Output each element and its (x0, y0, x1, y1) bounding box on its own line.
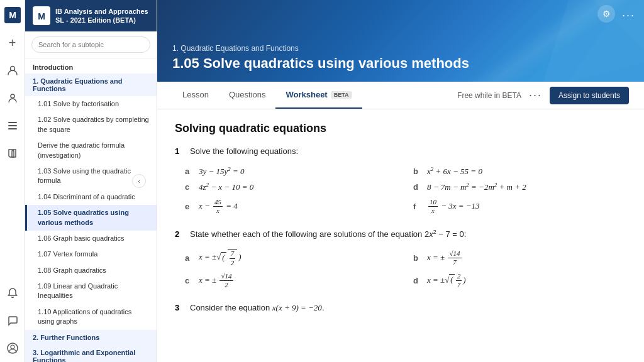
q1-text: Solve the following equations: (190, 146, 298, 156)
hero-subtitle: 1. Quadratic Equations and Functions (172, 44, 629, 53)
eq-2a: a x = ±√(72) (185, 249, 398, 266)
eq-1a: a 3y − 15y2 = 0 (185, 166, 398, 177)
chat-icon[interactable] (4, 312, 21, 329)
eq-1f: f 10x − 3x = −13 (413, 198, 626, 215)
assign-button[interactable]: Assign to students (550, 87, 629, 104)
svg-point-3 (11, 94, 14, 98)
sidebar-item-derive[interactable]: Derive the quadratic formula (investigat… (25, 138, 157, 163)
eq-1d: d 8 − 7m − m2 = −2m2 + m + 2 (413, 182, 626, 192)
sidebar-item-1.02[interactable]: 1.02 Solve quadratics by completing the … (25, 112, 157, 138)
logo-icon[interactable]: M (4, 6, 21, 24)
sidebar-item-1.09[interactable]: 1.09 Linear and Quadratic Inequalities (25, 278, 157, 304)
eq-2c: c x = ± √142 (185, 272, 398, 289)
eq-2d: d x = ±√(27) (413, 272, 626, 289)
svg-rect-6 (8, 128, 17, 129)
sidebar-header: M IB Analysis and Approaches SL - 2021 E… (25, 0, 157, 31)
more-options-button[interactable]: ··· (529, 89, 542, 102)
sidebar-item-1.04[interactable]: 1.04 Discriminant of a quadratic (25, 189, 157, 205)
sidebar-item-1.05[interactable]: 1.05 Solve quadratics using various meth… (25, 205, 157, 231)
tab-bar: Lesson Questions Worksheet BETA Free whi… (157, 82, 644, 109)
q3-text: Consider the equation x(x + 9) = −20. (190, 303, 325, 313)
q2-text: State whether each of the following are … (190, 229, 466, 239)
sidebar-collapse-button[interactable]: ‹ (132, 174, 146, 188)
sidebar-logo: M (33, 6, 50, 25)
sidebar-item-1.06[interactable]: 1.06 Graph basic quadratics (25, 231, 157, 246)
svg-marker-11 (543, 0, 644, 82)
q1-equations: a 3y − 15y2 = 0 b x2 + 6x − 55 = 0 c 4z2… (185, 166, 626, 215)
chapter2-label[interactable]: 2. Further Functions (25, 330, 157, 345)
sidebar-item-1.08[interactable]: 1.08 Graph quadratics (25, 263, 157, 278)
hero-title: 1.05 Solve quadratics using various meth… (172, 55, 629, 72)
user-avatar[interactable] (4, 339, 21, 357)
question-3: 3 Consider the equation x(x + 9) = −20. (175, 303, 626, 319)
icon-bar: M + (0, 0, 25, 362)
main-area: ⚙ ··· 1. Quadratic Equations and Functio… (157, 0, 644, 362)
svg-text:M: M (38, 11, 45, 21)
question-2: 2 State whether each of the following ar… (175, 229, 626, 289)
sidebar-item-1.07[interactable]: 1.07 Vertex formula (25, 246, 157, 262)
eq-2b: b x = ± √147 (413, 249, 626, 266)
q1-number: 1 (175, 146, 184, 156)
tab-lesson[interactable]: Lesson (172, 82, 219, 109)
tab-bar-actions: Free while in BETA ··· Assign to student… (457, 87, 629, 104)
svg-rect-4 (8, 122, 17, 123)
sidebar-search (25, 31, 157, 58)
users-icon[interactable] (4, 62, 21, 79)
chapter1-label[interactable]: 1. Quadratic Equations and Functions (25, 74, 157, 96)
search-input[interactable] (31, 36, 150, 53)
sidebar-content: Introduction 1. Quadratic Equations and … (25, 58, 157, 362)
sidebar-item-1.10[interactable]: 1.10 Applications of quadratics using gr… (25, 304, 157, 330)
question-1: 1 Solve the following equations: a 3y − … (175, 146, 626, 215)
svg-marker-13 (569, 0, 644, 82)
svg-marker-12 (594, 0, 644, 50)
tabs: Lesson Questions Worksheet BETA (172, 82, 362, 109)
sidebar-item-1.01[interactable]: 1.01 Solve by factorisation (25, 96, 157, 112)
eq-1b: b x2 + 6x − 55 = 0 (413, 166, 626, 177)
hero-settings-icon[interactable]: ⚙ (597, 5, 615, 23)
free-label: Free while in BETA (457, 91, 521, 100)
profile-icon[interactable] (4, 89, 21, 107)
eq-1e: e x − 45x = 4 (185, 198, 398, 215)
svg-text:M: M (9, 10, 16, 20)
sidebar-title: IB Analysis and Approaches SL - 2021 Edi… (55, 7, 149, 25)
tab-worksheet[interactable]: Worksheet BETA (275, 82, 362, 109)
eq-1c: c 4z2 − x − 10 = 0 (185, 182, 398, 192)
q3-number: 3 (175, 303, 184, 312)
intro-label: Introduction (25, 58, 157, 74)
q2-equations: a x = ±√(72) b x = ± √147 c (185, 249, 626, 289)
chapter3-label[interactable]: 3. Logarithmic and Exponential Functions (25, 345, 157, 362)
svg-rect-5 (8, 125, 17, 126)
worksheet-badge: BETA (331, 91, 352, 99)
svg-point-8 (11, 345, 14, 349)
notification-icon[interactable] (4, 284, 21, 302)
q2-number: 2 (175, 229, 184, 239)
tab-questions[interactable]: Questions (219, 82, 276, 109)
worksheet-title: Solving quadratic equations (175, 122, 626, 135)
add-icon[interactable]: + (4, 34, 21, 52)
hero-more-button[interactable]: ··· (622, 9, 635, 22)
book-icon[interactable] (4, 145, 21, 162)
worksheet-content: Solving quadratic equations 1 Solve the … (157, 109, 644, 362)
hero-banner: ⚙ ··· 1. Quadratic Equations and Functio… (157, 0, 644, 82)
content-icon[interactable] (4, 117, 21, 134)
